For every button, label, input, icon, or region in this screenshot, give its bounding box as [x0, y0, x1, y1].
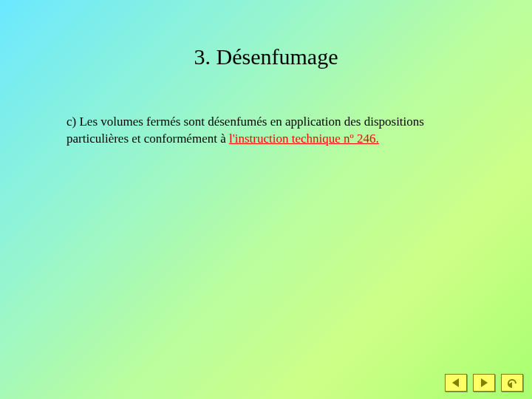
- nav-bar: [445, 374, 523, 392]
- prev-button[interactable]: [445, 374, 467, 392]
- svg-marker-0: [452, 378, 459, 387]
- body-paragraph: c) Les volumes fermés sont désenfumés en…: [66, 114, 466, 148]
- instruction-link[interactable]: l'instruction technique nº 246.: [229, 132, 379, 146]
- triangle-right-icon: [479, 378, 489, 388]
- triangle-left-icon: [451, 378, 461, 388]
- next-button[interactable]: [473, 374, 495, 392]
- slide: 3. Désenfumage c) Les volumes fermés son…: [0, 0, 532, 399]
- page-title: 3. Désenfumage: [66, 44, 466, 69]
- home-button[interactable]: [501, 374, 523, 392]
- return-icon: [505, 377, 519, 389]
- svg-marker-1: [481, 378, 488, 387]
